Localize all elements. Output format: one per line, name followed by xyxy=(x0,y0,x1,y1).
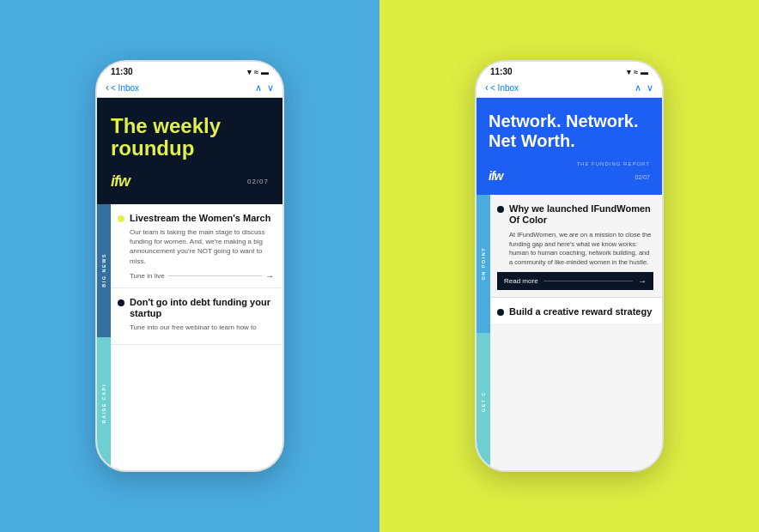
strip-on-point: ON POINT xyxy=(477,195,490,333)
article1-title: Livestream the Women's March xyxy=(130,213,274,224)
on-point-label: ON POINT xyxy=(481,247,486,281)
hero1-bottom: ifw 02/07 xyxy=(111,172,269,190)
side-strips-right: ON POINT GET C xyxy=(477,195,490,470)
right-panel: 11:30 ▾ ≈ ▬ ‹ < Inbox ∧ ∨ Network. Netwo… xyxy=(380,0,759,532)
content-col-right: Why we launched IFundWomen Of Color At I… xyxy=(490,195,662,470)
sub-label: THE FUNDING REPORT xyxy=(576,161,650,166)
article1-right-text: Why we launched IFundWomen Of Color xyxy=(509,203,653,226)
article1-left: Livestream the Women's March Our team is… xyxy=(111,204,282,288)
down-arrow-right[interactable]: ∨ xyxy=(647,82,653,94)
strip-big-news: BIG NEWS xyxy=(97,204,111,337)
read-more-line xyxy=(543,281,633,281)
ifw-logo-right: ifw xyxy=(489,169,502,183)
hero1-date: 02/07 xyxy=(247,178,269,185)
article1-text: Livestream the Women's March Our team is… xyxy=(130,213,274,281)
email2-title: Network. Network. Net Worth. xyxy=(489,112,650,151)
tune-line xyxy=(168,275,262,276)
article1-right-body: At IFundWomen, we are on a mission to cl… xyxy=(497,231,653,267)
article1-right-dot xyxy=(497,206,504,213)
email1-body: BIG NEWS RAISE CAPI Livestream the Women… xyxy=(97,204,282,470)
phone-right: 11:30 ▾ ≈ ▬ ‹ < Inbox ∧ ∨ Network. Netwo… xyxy=(475,60,664,472)
time-right: 11:30 xyxy=(490,67,513,76)
email2-hero: Network. Network. Net Worth. ifw THE FUN… xyxy=(477,98,662,195)
article2-text: Don't go into debt funding your startup … xyxy=(130,297,274,338)
article1-dot xyxy=(118,215,124,222)
battery-icon-left: ▬ xyxy=(261,68,269,76)
article2-right-title: Build a creative reward strategy xyxy=(509,306,652,317)
article2-right-text: Build a creative reward strategy xyxy=(509,306,652,317)
hero2-right-info: THE FUNDING REPORT 02/07 xyxy=(576,161,650,183)
status-bar-left: 11:30 ▾ ≈ ▬ xyxy=(97,62,282,78)
phone-left: 11:30 ▾ ≈ ▬ ‹ < Inbox ∧ ∨ The weekly rou… xyxy=(95,60,284,472)
big-news-label: BIG NEWS xyxy=(101,253,106,287)
tune-link[interactable]: Tune in live → xyxy=(130,271,274,281)
article1-right: Why we launched IFundWomen Of Color At I… xyxy=(490,195,662,298)
side-strips-left: BIG NEWS RAISE CAPI xyxy=(97,204,111,470)
inbox-label-left: < Inbox xyxy=(111,83,139,93)
nav-arrows-left: ∧ ∨ xyxy=(255,82,274,94)
up-arrow-right[interactable]: ∧ xyxy=(635,82,641,94)
email1-title: The weekly roundup xyxy=(111,115,269,160)
email2-body: ON POINT GET C Why we launched IFundWome… xyxy=(477,195,662,470)
article2-right: Build a creative reward strategy xyxy=(490,298,662,323)
read-more-arrow: → xyxy=(638,276,647,286)
down-arrow-left[interactable]: ∨ xyxy=(267,82,274,94)
battery-icon-right: ▬ xyxy=(641,68,648,76)
signal-icon-right: ▾ xyxy=(627,68,631,76)
nav-bar-right: ‹ < Inbox ∧ ∨ xyxy=(477,78,662,98)
time-left: 11:30 xyxy=(111,67,133,76)
article2-title: Don't go into debt funding your startup xyxy=(130,297,274,319)
inbox-link-right[interactable]: ‹ < Inbox xyxy=(485,82,519,94)
strip-get-c: GET C xyxy=(477,333,490,471)
left-panel: 11:30 ▾ ≈ ▬ ‹ < Inbox ∧ ∨ The weekly rou… xyxy=(0,0,380,532)
strip-raise-cap: RAISE CAPI xyxy=(97,337,111,470)
status-icons-left: ▾ ≈ ▬ xyxy=(247,68,269,76)
get-c-label: GET C xyxy=(481,391,486,412)
phone-content-right: Network. Network. Net Worth. ifw THE FUN… xyxy=(477,98,662,470)
article1-right-title: Why we launched IFundWomen Of Color xyxy=(509,203,653,226)
read-more-bar[interactable]: Read more → xyxy=(497,272,653,290)
article2-left: Don't go into debt funding your startup … xyxy=(111,288,282,346)
tune-text: Tune in live xyxy=(130,272,165,280)
up-arrow-left[interactable]: ∧ xyxy=(255,82,262,94)
article2-right-dot xyxy=(497,309,504,316)
chevron-right-icon: ‹ xyxy=(485,82,489,94)
article1-body: Our team is taking the main stage to dis… xyxy=(130,227,274,266)
wifi-icon-right: ≈ xyxy=(634,68,638,76)
article2-right-header: Build a creative reward strategy xyxy=(497,306,653,317)
tune-arrow: → xyxy=(265,271,274,281)
article1-right-header: Why we launched IFundWomen Of Color xyxy=(497,203,653,226)
inbox-label-right: < Inbox xyxy=(490,83,519,93)
article2-body: Tune into our free webinar to learn how … xyxy=(130,323,274,332)
wifi-icon-left: ≈ xyxy=(254,68,258,76)
chevron-left-icon: ‹ xyxy=(106,82,109,94)
hero2-date: 02/07 xyxy=(635,174,650,180)
signal-icon-left: ▾ xyxy=(247,68,252,76)
inbox-link-left[interactable]: ‹ < Inbox xyxy=(106,82,139,94)
article2-dot xyxy=(118,299,124,306)
nav-bar-left: ‹ < Inbox ∧ ∨ xyxy=(97,78,282,98)
status-icons-right: ▾ ≈ ▬ xyxy=(627,68,648,76)
ifw-logo-left: ifw xyxy=(111,172,130,190)
read-more-text: Read more xyxy=(504,277,538,285)
raise-cap-label: RAISE CAPI xyxy=(101,384,106,423)
content-col-left: Livestream the Women's March Our team is… xyxy=(111,204,282,470)
hero2-bottom: ifw THE FUNDING REPORT 02/07 xyxy=(489,161,650,183)
phone-content-left: The weekly roundup ifw 02/07 BIG NEWS RA… xyxy=(97,98,282,470)
status-bar-right: 11:30 ▾ ≈ ▬ xyxy=(477,62,662,78)
email1-hero: The weekly roundup ifw 02/07 xyxy=(97,98,282,204)
nav-arrows-right: ∧ ∨ xyxy=(635,82,653,94)
